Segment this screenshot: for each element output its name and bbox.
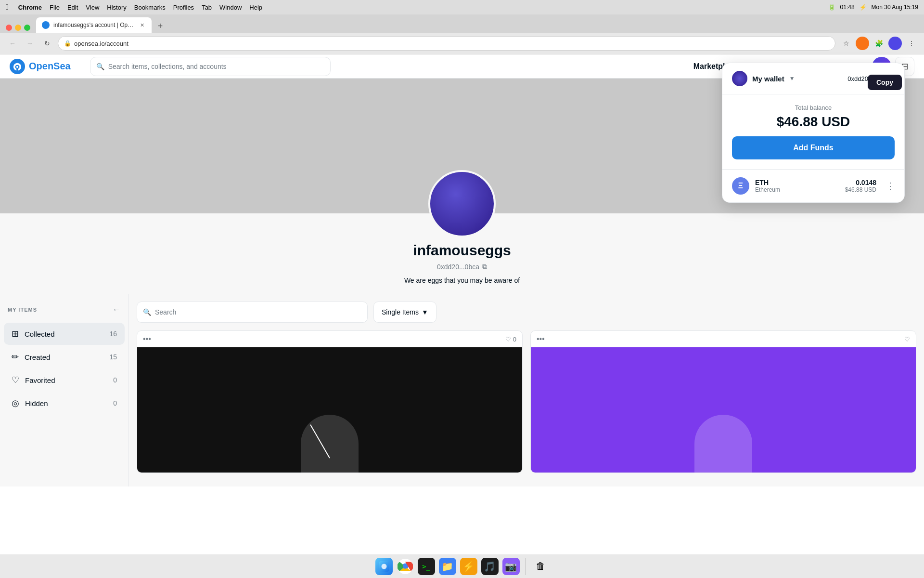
- token-name: ETH: [755, 179, 839, 186]
- menu-tab[interactable]: Tab: [202, 4, 212, 11]
- sidebar-hidden-label: Hidden: [25, 399, 107, 407]
- macos-menubar:  Chrome File Edit View History Bookmark…: [0, 0, 924, 14]
- tab-favicon: [42, 21, 50, 29]
- created-icon: ✏: [12, 352, 19, 362]
- dock-capture-icon[interactable]: 📷: [502, 558, 520, 575]
- favorited-icon: ♡: [12, 375, 19, 385]
- nft-card-2-menu-btn[interactable]: •••: [537, 335, 545, 343]
- wallet-user[interactable]: My wallet ▼: [732, 71, 795, 86]
- items-search-bar[interactable]: 🔍 Search: [137, 302, 368, 323]
- dock-music-icon[interactable]: 🎵: [481, 558, 499, 575]
- eth-icon: Ξ: [732, 177, 749, 195]
- menu-file[interactable]: File: [50, 4, 60, 11]
- sidebar-back-btn[interactable]: ←: [113, 305, 121, 314]
- sidebar-item-created[interactable]: ✏ Created 15: [4, 346, 125, 368]
- sidebar-item-hidden[interactable]: ◎ Hidden 0: [4, 392, 125, 414]
- nft-card-1-image: [137, 347, 522, 473]
- dock-terminal-icon[interactable]: >_: [418, 558, 435, 575]
- dock-trash-icon[interactable]: 🗑: [532, 558, 549, 575]
- single-items-filter-btn[interactable]: Single Items ▼: [373, 302, 436, 323]
- nft-card-2-header: ••• ♡: [531, 331, 916, 347]
- bookmark-btn[interactable]: ☆: [839, 37, 853, 50]
- wallet-balance-label: Total balance: [732, 104, 895, 111]
- sidebar: MY ITEMS ← ⊞ Collected 16 ✏ Created 15: [0, 294, 129, 486]
- menu-view[interactable]: View: [86, 4, 99, 11]
- sidebar-item-favorited[interactable]: ♡ Favorited 0: [4, 369, 125, 391]
- browser-tab-opensea[interactable]: infamouseggs's account | Ope... ✕: [36, 17, 152, 33]
- heart-icon-2: ♡: [904, 336, 910, 343]
- nft-card-1[interactable]: ••• ♡ 0: [137, 330, 523, 473]
- dock-divider: [526, 558, 526, 575]
- maximize-window-btn[interactable]: [24, 25, 30, 31]
- new-tab-btn[interactable]: +: [154, 19, 167, 33]
- menu-help[interactable]: Help: [249, 4, 262, 11]
- dock-files-icon[interactable]: 📁: [439, 558, 456, 575]
- nft-card-2-like-btn[interactable]: ♡: [904, 336, 910, 343]
- token-info: ETH Ethereum: [755, 179, 839, 193]
- profile-avatar-wrapper: [428, 170, 496, 237]
- wallet-panel: My wallet ▼ 0xdd20...0bca ⧉ Total balanc…: [722, 63, 905, 203]
- token-usd: $46.88 USD: [845, 186, 876, 193]
- sidebar-header-label: MY ITEMS: [8, 307, 37, 313]
- nft-card-2-image: [531, 347, 916, 473]
- dock-lightning-icon[interactable]: ⚡: [460, 558, 477, 575]
- menu-history[interactable]: History: [107, 4, 126, 11]
- tab-close-btn[interactable]: ✕: [138, 21, 146, 29]
- token-balance: 0.0148 $46.88 USD: [845, 179, 876, 193]
- address-bar[interactable]: 🔒 opensea.io/account: [58, 36, 835, 51]
- browser-chrome: infamouseggs's account | Ope... ✕ + ← → …: [0, 14, 924, 54]
- menu-edit[interactable]: Edit: [67, 4, 78, 11]
- wifi-icon: ⚡: [860, 4, 867, 11]
- items-search-icon: 🔍: [143, 308, 151, 316]
- add-funds-btn[interactable]: Add Funds: [732, 136, 895, 159]
- opensea-logo-icon: [10, 59, 25, 74]
- more-options-btn[interactable]: ⋮: [905, 37, 918, 50]
- tab-title: infamouseggs's account | Ope...: [53, 22, 134, 28]
- sidebar-favorited-label: Favorited: [25, 376, 107, 384]
- wallet-avatar: [732, 71, 747, 86]
- extension-fox-btn[interactable]: [856, 37, 869, 50]
- dock-chrome-icon[interactable]: [397, 558, 414, 575]
- minimize-window-btn[interactable]: [15, 25, 21, 31]
- apple-logo-icon[interactable]: : [6, 3, 9, 12]
- menu-bookmarks[interactable]: Bookmarks: [134, 4, 166, 11]
- copy-address-btn[interactable]: ⧉: [482, 263, 487, 271]
- app-name[interactable]: Chrome: [18, 4, 42, 11]
- lock-icon: 🔒: [64, 40, 71, 47]
- sidebar-header: MY ITEMS ←: [0, 302, 128, 322]
- single-items-label: Single Items: [382, 308, 419, 316]
- forward-btn[interactable]: →: [23, 37, 37, 50]
- token-menu-btn[interactable]: ⋮: [886, 181, 895, 191]
- sidebar-item-collected[interactable]: ⊞ Collected 16: [4, 323, 125, 345]
- menu-profiles[interactable]: Profiles: [173, 4, 194, 11]
- dock-finder-icon[interactable]: [375, 558, 393, 575]
- reload-btn[interactable]: ↻: [40, 37, 54, 50]
- nav-search-bar[interactable]: 🔍 Search items, collections, and account…: [90, 57, 331, 76]
- svg-point-5: [403, 564, 408, 569]
- items-toolbar: 🔍 Search Single Items ▼: [137, 302, 916, 323]
- browser-toolbar-right: ☆ 🧩 ⋮: [839, 37, 918, 50]
- nft-card-1-like-btn[interactable]: ♡ 0: [505, 336, 516, 343]
- svg-point-2: [381, 564, 386, 569]
- profile-avatar: [428, 170, 496, 237]
- nft-card-2[interactable]: ••• ♡: [530, 330, 916, 473]
- sidebar-hidden-count: 0: [113, 399, 117, 407]
- opensea-logo[interactable]: OpenSea: [10, 59, 71, 74]
- svg-point-0: [16, 66, 18, 67]
- sidebar-favorited-count: 0: [113, 376, 117, 384]
- profile-address-row: 0xdd20...0bca ⧉: [10, 263, 914, 271]
- search-placeholder: Search items, collections, and accounts: [108, 63, 227, 70]
- close-window-btn[interactable]: [6, 25, 12, 31]
- extension-puzzle-btn[interactable]: 🧩: [872, 37, 886, 50]
- nft-card-1-menu-btn[interactable]: •••: [143, 335, 151, 343]
- wallet-chevron-icon: ▼: [789, 75, 795, 82]
- wallet-copy-address-btn[interactable]: ⧉: [890, 75, 895, 83]
- back-btn[interactable]: ←: [6, 37, 19, 50]
- menu-window[interactable]: Window: [219, 4, 242, 11]
- user-profile-btn[interactable]: [888, 37, 902, 50]
- content-area: MY ITEMS ← ⊞ Collected 16 ✏ Created 15: [0, 294, 924, 486]
- heart-icon: ♡: [505, 336, 511, 343]
- opensea-logo-text: OpenSea: [29, 61, 71, 72]
- profile-address-text: 0xdd20...0bca: [437, 263, 479, 271]
- battery-icon: 🔋: [828, 4, 835, 11]
